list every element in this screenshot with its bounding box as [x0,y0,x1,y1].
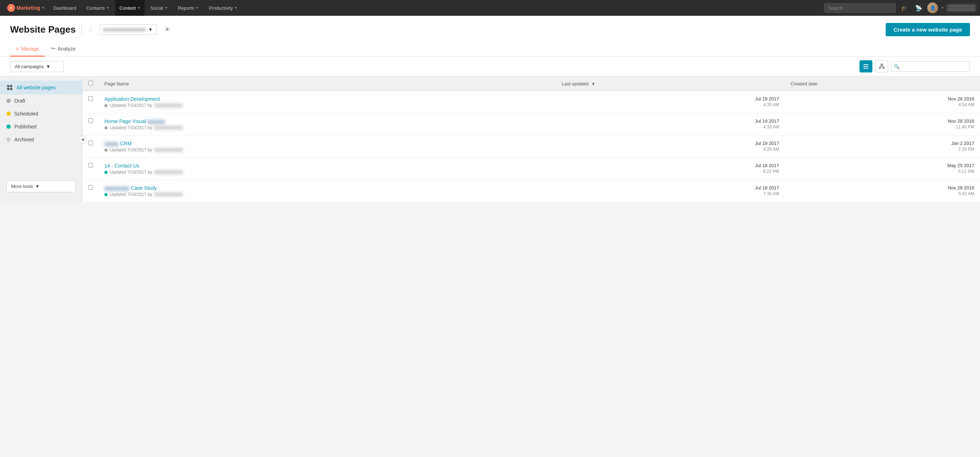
domain-dropdown[interactable]: ▼ [99,24,157,35]
svg-line-7 [880,65,882,67]
sidebar-item-archived[interactable]: Archived [0,133,82,146]
broadcast-icon[interactable]: 📡 [913,2,924,14]
manage-tab-icon: ≡ [16,46,19,52]
global-search-input[interactable] [824,3,896,13]
updated-text: Updated 7/18/2017 by [110,170,152,175]
sidebar-item-published[interactable]: Published [0,120,82,133]
list-view-button[interactable] [859,60,872,72]
page-name-link[interactable]: Home Page Visual [104,118,146,124]
brand-marketing[interactable]: Marketing ▼ [4,4,48,12]
svg-point-5 [879,67,881,68]
row-checkbox-0[interactable] [88,96,93,101]
sort-arrow-icon: ▼ [592,82,595,86]
column-last-updated[interactable]: Last updated ▼ [556,76,785,91]
svg-rect-11 [7,88,10,90]
page-name-link[interactable]: Application Development [104,96,160,102]
filter-bar: All campaigns ▼ 🔍 [0,57,980,76]
nav-contacts[interactable]: Contacts ▼ [82,0,114,16]
sidebar-collapse-button[interactable]: ◀ [78,135,86,143]
row-checkbox-4[interactable] [88,185,93,190]
svg-line-8 [882,65,883,67]
table-row: 14 - Contact Us Updated 7/18/2017 by Jul… [83,158,980,180]
page-name-prefix [104,186,129,191]
campaigns-arrow-icon: ▼ [46,64,51,69]
page-name-link[interactable]: Case Study [131,185,157,191]
updated-text: Updated 7/18/2017 by [110,192,152,197]
table-row: CRM Updated 7/19/2017 by Jul 19 20174:29… [83,135,980,158]
connections-view-button[interactable] [875,60,888,72]
updated-text: Updated 7/19/2017 by [110,147,152,153]
svg-point-6 [883,67,884,68]
table-row: Application Development Updated 7/19/201… [83,91,980,113]
sidebar-item-draft[interactable]: Draft [0,94,82,107]
row-checkbox-1[interactable] [88,118,93,123]
table-header: Page Name Last updated ▼ Created date [83,76,980,91]
nav-reports[interactable]: Reports ▼ [173,0,203,16]
last-updated-time: 4:35 AM [562,102,779,107]
row-checkbox-3[interactable] [88,163,93,167]
last-updated-time: 8:22 PM [562,169,779,174]
created-date: Nov 28 2016 [791,185,974,191]
preview-icon[interactable]: 👁 [165,27,170,33]
table-search-input[interactable] [891,61,970,72]
social-arrow: ▼ [165,6,168,10]
more-tools-button[interactable]: More tools ▼ [6,180,76,192]
pages-table-area: Page Name Last updated ▼ Created date Ap… [83,76,980,202]
sidebar-published-label: Published [14,124,37,129]
nav-productivity[interactable]: Productivity ▼ [204,0,242,16]
published-status-dot [6,124,11,129]
page-name-suffix [147,120,165,124]
status-dot [104,171,108,174]
graduation-icon[interactable]: 🎓 [899,2,910,14]
last-updated-date: Jul 18 2017 [562,163,779,168]
created-date: Jan 2 2017 [791,141,974,146]
nav-social[interactable]: Social ▼ [146,0,172,16]
page-subtitle: Updated 7/18/2017 by [104,170,550,175]
page-tabs: ≡ Manage 〜 Analyze [10,42,970,56]
svg-rect-1 [864,64,869,65]
table-search-icon: 🔍 [894,64,900,69]
avatar-image: 👤 [927,3,938,13]
draft-status-dot [6,99,11,103]
column-created-date: Created date [785,76,980,91]
content-arrow: ▼ [137,6,140,10]
last-updated-time: 7:30 AM [562,191,779,196]
nav-content[interactable]: Content ▼ [115,0,145,16]
author-blur [154,126,183,129]
select-all-checkbox[interactable] [88,81,93,85]
create-page-button[interactable]: Create a new website page [886,23,970,36]
status-dot [104,126,108,129]
table-row: Case Study Updated 7/18/2017 by Jul 18 2… [83,180,980,202]
sidebar: All website pages Draft Scheduled Publis… [0,76,83,202]
sidebar-scheduled-label: Scheduled [14,111,38,116]
hubspot-logo [7,4,15,12]
campaigns-filter[interactable]: All campaigns ▼ [10,61,64,72]
user-avatar[interactable]: 👤 [927,3,938,13]
sidebar-archived-label: Archived [14,137,34,142]
page-name-prefix [104,142,119,146]
sidebar-item-all-pages[interactable]: All website pages [0,81,82,94]
connections-view-icon [879,64,885,69]
user-arrow[interactable]: ▼ [941,6,944,10]
brand-label: Marketing [16,5,40,11]
user-info [947,4,976,11]
nav-dashboard[interactable]: Dashboard [49,0,81,16]
page-name-link[interactable]: 14 - Contact Us [104,163,139,169]
nav-right-area: 🎓 📡 👤 ▼ [824,2,976,14]
page-name-link[interactable]: CRM [120,141,132,146]
dropdown-arrow-icon: ▼ [148,27,153,32]
reports-arrow: ▼ [196,6,199,10]
created-date: Nov 28 2016 [791,96,974,102]
svg-point-4 [881,64,883,65]
page-subtitle: Updated 7/18/2017 by [104,192,550,197]
row-checkbox-2[interactable] [88,141,93,145]
analyze-tab-icon: 〜 [51,46,56,52]
contacts-arrow: ▼ [106,6,110,10]
sidebar-item-scheduled[interactable]: Scheduled [0,107,82,120]
select-all-header [83,76,99,91]
author-blur [154,193,183,196]
favorite-icon[interactable]: ☆ [88,26,93,34]
column-page-name: Page Name [99,76,556,91]
tab-manage[interactable]: ≡ Manage [10,42,45,57]
tab-analyze[interactable]: 〜 Analyze [45,42,81,57]
